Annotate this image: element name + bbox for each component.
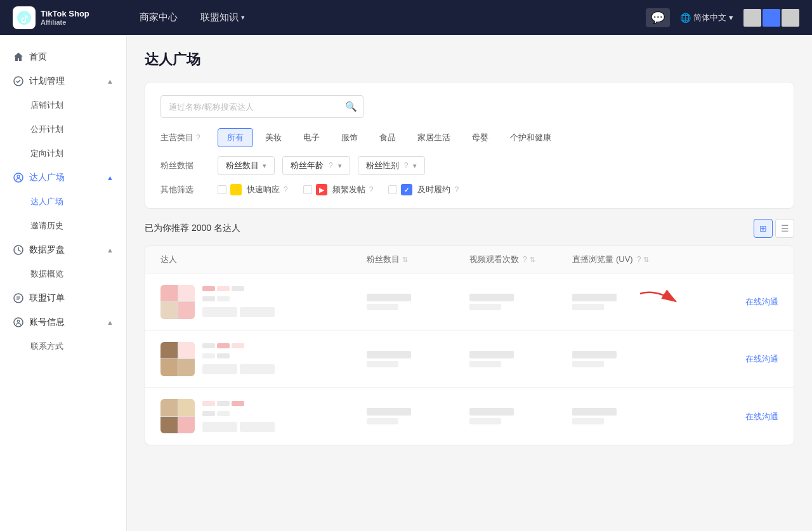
sidebar-item-creator-plaza[interactable]: 达人广场 ▲ <box>0 166 126 190</box>
creator-info-1 <box>202 286 275 317</box>
sidebar-item-invite-history[interactable]: 邀请历史 <box>0 214 126 238</box>
category-option-home[interactable]: 家居生活 <box>408 128 460 147</box>
language-selector[interactable]: 🌐 简体中文 ▾ <box>680 12 733 23</box>
chevron-down-icon: ▾ <box>241 13 245 22</box>
contact-button-2[interactable]: 在线沟通 <box>745 354 778 364</box>
video-views-help-icon[interactable]: ? <box>523 255 527 264</box>
fans-gender-help-icon[interactable]: ? <box>404 161 409 170</box>
frequent-post-filter[interactable]: ▶ 频繁发帖 ? <box>303 184 374 195</box>
category-filter-label: 主营类目 ? <box>160 132 218 143</box>
fans-age-help-icon[interactable]: ? <box>329 161 333 170</box>
other-filter-row: 其他筛选 ⚡ 快速响应 ? ▶ 频繁发帖 ? <box>160 184 778 195</box>
account-icon <box>13 317 24 328</box>
sidebar-item-alliance-orders[interactable]: 联盟订单 <box>0 286 126 310</box>
category-help-icon[interactable]: ? <box>196 133 200 142</box>
svg-point-3 <box>17 175 20 178</box>
chevron-up-icon-4: ▲ <box>107 318 114 326</box>
table-row: 在线沟通 <box>145 273 794 331</box>
sidebar-item-public-plan[interactable]: 公开计划 <box>0 117 126 141</box>
video-views-2 <box>469 351 572 367</box>
results-header: 已为你推荐 2000 名达人 ⊞ ☰ <box>145 219 794 238</box>
tiktok-logo-icon <box>13 6 36 29</box>
quick-response-tag-icon: ⚡ <box>230 184 242 195</box>
sidebar-item-data-overview[interactable]: 数据概览 <box>0 262 126 286</box>
video-views-1 <box>469 294 572 310</box>
fans-sort-icon[interactable]: ⇅ <box>402 256 408 264</box>
fans-count-2 <box>367 351 469 367</box>
fans-count-3 <box>367 408 469 424</box>
creator-cell-3 <box>160 399 367 433</box>
timely-fulfillment-filter[interactable]: ✓ 及时履约 ? <box>388 184 459 195</box>
video-sort-icon[interactable]: ⇅ <box>530 256 535 264</box>
col-video-views: 视频观看次数 ? ⇅ <box>469 254 572 265</box>
quick-response-help-icon[interactable]: ? <box>284 185 288 194</box>
avatar-block-2 <box>763 9 780 27</box>
live-sort-icon[interactable]: ⇅ <box>643 256 649 264</box>
action-cell-2: 在线沟通 <box>676 353 778 365</box>
live-views-help-icon[interactable]: ? <box>637 255 641 264</box>
category-option-baby[interactable]: 母婴 <box>462 128 498 147</box>
results-count: 已为你推荐 2000 名达人 <box>145 223 240 234</box>
action-cell-1: 在线沟通 <box>676 296 778 308</box>
category-option-beauty[interactable]: 美妆 <box>256 128 291 147</box>
category-filter-row: 主营类目 ? 所有 美妆 电子 服饰 食品 家居生活 母婴 个护和健康 <box>160 128 778 147</box>
nav-alliance-knowledge[interactable]: 联盟知识 ▾ <box>200 11 245 23</box>
creator-info-2 <box>202 343 275 374</box>
frequent-post-help-icon[interactable]: ? <box>369 185 374 194</box>
search-input[interactable] <box>160 95 363 118</box>
plan-icon <box>13 75 24 87</box>
timely-fulfillment-tag-icon: ✓ <box>401 184 412 195</box>
frequent-post-checkbox[interactable] <box>303 185 312 194</box>
creator-cell-1 <box>160 285 367 319</box>
fans-age-dropdown[interactable]: 粉丝年龄 ? ▾ <box>282 156 350 175</box>
top-nav-right: 💬 🌐 简体中文 ▾ <box>646 8 799 27</box>
page-title: 达人广场 <box>145 50 794 69</box>
search-icon[interactable]: 🔍 <box>345 101 357 112</box>
sidebar-item-store-plan[interactable]: 店铺计划 <box>0 93 126 117</box>
fans-count-dropdown[interactable]: 粉丝数目 ▾ <box>218 156 275 175</box>
nav-links: 商家中心 联盟知识 ▾ <box>140 11 620 23</box>
home-icon <box>13 51 24 63</box>
sidebar-item-account-info[interactable]: 账号信息 ▲ <box>0 310 126 334</box>
contact-button-1[interactable]: 在线沟通 <box>745 297 778 306</box>
category-option-all[interactable]: 所有 <box>218 128 253 147</box>
category-option-fashion[interactable]: 服饰 <box>332 128 367 147</box>
table-row: 在线沟通 <box>145 331 794 388</box>
nav-merchant-center[interactable]: 商家中心 <box>140 11 178 23</box>
sidebar-item-creator-plaza-sub[interactable]: 达人广场 <box>0 190 126 214</box>
creators-table: 达人 粉丝数目 ⇅ 视频观看次数 ? ⇅ 直播浏览量 (UV) ? ⇅ <box>145 246 794 445</box>
category-option-food[interactable]: 食品 <box>370 128 405 147</box>
sidebar-item-targeted-plan[interactable]: 定向计划 <box>0 141 126 166</box>
col-fans: 粉丝数目 ⇅ <box>367 254 469 265</box>
list-view-button[interactable]: ☰ <box>775 219 794 238</box>
sidebar-item-home[interactable]: 首页 <box>0 45 126 69</box>
avatar-block-1 <box>743 9 761 27</box>
chat-button[interactable]: 💬 <box>646 8 670 27</box>
view-toggle: ⊞ ☰ <box>754 219 794 238</box>
top-navigation: TikTok Shop Affiliate 商家中心 联盟知识 ▾ 💬 🌐 简体… <box>0 0 812 35</box>
chevron-down-icon: ▾ <box>729 13 733 22</box>
fans-gender-dropdown[interactable]: 粉丝性别 ? ▾ <box>358 156 426 175</box>
live-views-1 <box>572 294 675 310</box>
sidebar-item-plan-mgmt[interactable]: 计划管理 ▲ <box>0 69 126 93</box>
creator-cell-2 <box>160 342 367 376</box>
live-views-3 <box>572 408 675 424</box>
sidebar-item-contact[interactable]: 联系方式 <box>0 334 126 358</box>
sidebar-item-data-compass[interactable]: 数据罗盘 ▲ <box>0 238 126 262</box>
fans-filter-label: 粉丝数据 <box>160 160 218 171</box>
contact-button-3[interactable]: 在线沟通 <box>745 412 778 421</box>
chevron-up-icon-2: ▲ <box>107 174 114 181</box>
chevron-up-icon: ▲ <box>107 77 114 85</box>
chevron-down-icon-2: ▾ <box>338 162 342 170</box>
timely-fulfillment-help-icon[interactable]: ? <box>454 185 459 194</box>
category-option-electronics[interactable]: 电子 <box>294 128 329 147</box>
user-avatar-area[interactable] <box>743 9 799 27</box>
fans-filter-row: 粉丝数据 粉丝数目 ▾ 粉丝年龄 ? ▾ 粉丝性别 ? ▾ <box>160 156 778 175</box>
category-option-health[interactable]: 个护和健康 <box>501 128 561 147</box>
timely-fulfillment-checkbox[interactable] <box>388 185 397 194</box>
col-live-views: 直播浏览量 (UV) ? ⇅ <box>572 254 675 265</box>
quick-response-checkbox[interactable] <box>218 185 226 194</box>
grid-view-button[interactable]: ⊞ <box>754 219 773 238</box>
search-input-wrap: 🔍 <box>160 95 363 118</box>
quick-response-filter[interactable]: ⚡ 快速响应 ? <box>218 184 288 195</box>
